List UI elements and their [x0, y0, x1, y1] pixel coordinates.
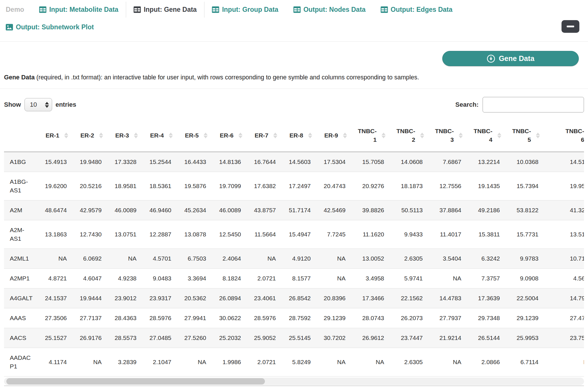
- cell: 23.9317: [141, 288, 176, 308]
- sort-icon: [238, 133, 242, 138]
- column-header-TNBC-2[interactable]: TNBC- 2: [388, 119, 427, 152]
- scrollbar-thumb[interactable]: [6, 378, 265, 385]
- horizontal-scrollbar[interactable]: [4, 378, 584, 385]
- cell: 46.0089: [210, 200, 245, 220]
- cell: 29.7348: [466, 308, 504, 328]
- cell: 11.1620: [350, 220, 388, 249]
- cell: 23.9012: [106, 288, 141, 308]
- gene-data-download-button[interactable]: Gene Data: [442, 51, 579, 66]
- row-name: A2ML1: [4, 249, 36, 269]
- cell: 18.1873: [388, 172, 427, 200]
- minus-icon: [567, 26, 574, 27]
- cell: 13.0052: [350, 249, 388, 269]
- cell: 13.5100: [543, 220, 584, 249]
- tab-output-subnetwork-plot[interactable]: Output: Subnetwork Plot: [4, 19, 101, 35]
- column-header-TNBC-1[interactable]: TNBC- 1: [350, 119, 388, 152]
- table-controls: Show 10 entries Search:: [0, 89, 588, 119]
- column-header-rowname[interactable]: [4, 119, 36, 152]
- tab-demo[interactable]: Demo: [4, 2, 32, 18]
- sort-icon: [99, 133, 103, 138]
- cell: 20.9276: [350, 172, 388, 200]
- column-header-ER-3[interactable]: ER-3: [106, 119, 141, 152]
- cell: 27.7137: [71, 308, 106, 328]
- cell: 17.6382: [245, 172, 280, 200]
- column-header-ER-9[interactable]: ER-9: [315, 119, 350, 152]
- tab-input-group-data[interactable]: Input: Group Data: [204, 2, 286, 18]
- cell: 12.5450: [210, 220, 245, 249]
- search-control: Search:: [455, 97, 584, 112]
- cell: NA: [106, 249, 141, 269]
- column-label: ER-1: [45, 132, 59, 139]
- cell: 4.8721: [36, 269, 71, 288]
- table-row-A1BG: A1BG15.491319.948017.332815.254416.44331…: [4, 152, 584, 172]
- cell: 19.7099: [210, 172, 245, 200]
- column-header-TNBC-5[interactable]: TNBC- 5: [504, 119, 543, 152]
- cell: 13.0751: [106, 220, 141, 249]
- column-header-ER-8[interactable]: ER-8: [280, 119, 315, 152]
- sort-icon: [343, 133, 347, 138]
- column-header-ER-5[interactable]: ER-5: [176, 119, 210, 152]
- sort-icon: [308, 133, 312, 138]
- tab-output-nodes-data[interactable]: Output: Nodes Data: [286, 2, 373, 18]
- cell: 15.4947: [280, 220, 315, 249]
- table-row-AAAS: AAAS27.350627.713728.436328.597627.99413…: [4, 308, 584, 328]
- cell: 26.2073: [388, 308, 427, 328]
- search-input[interactable]: [483, 97, 584, 112]
- row-name: AAAS: [4, 308, 36, 328]
- table-header: ER-1ER-2ER-3ER-4ER-5ER-6ER-7ER-8ER-9TNBC…: [4, 119, 584, 152]
- cell: 8.1824: [210, 269, 245, 288]
- description-bold: Gene Data: [4, 74, 35, 81]
- row-name: A1BG: [4, 152, 36, 172]
- cell: 42.5469: [315, 200, 350, 220]
- cell: 25.2032: [210, 328, 245, 348]
- cell: 3.3694: [176, 269, 210, 288]
- tab-output-edges-data[interactable]: Output: Edges Data: [373, 2, 460, 18]
- cell: 3.5404: [427, 249, 466, 269]
- column-header-TNBC-4[interactable]: TNBC- 4: [466, 119, 504, 152]
- column-header-TNBC-6[interactable]: TNBC- 6: [543, 119, 584, 152]
- tab-input-gene-data[interactable]: Input: Gene Data: [126, 2, 204, 18]
- cell: 30.0622: [210, 308, 245, 328]
- table-icon: [134, 6, 141, 13]
- sort-icon: [536, 133, 540, 138]
- cell: 15.7731: [504, 220, 543, 249]
- table-scroll-viewport: ER-1ER-2ER-3ER-4ER-5ER-6ER-7ER-8ER-9TNBC…: [4, 119, 584, 376]
- cell: 17.3639: [466, 288, 504, 308]
- cell: 23.7500: [543, 328, 584, 348]
- cell: NA: [71, 348, 106, 376]
- cell: 15.7394: [504, 172, 543, 200]
- collapse-box-button[interactable]: [562, 20, 579, 33]
- tab-row-1: Demo Input: Metabolite Data Input: Gene …: [4, 2, 584, 18]
- column-header-TNBC-3[interactable]: TNBC- 3: [427, 119, 466, 152]
- page-length-control: Show 10 entries: [4, 98, 76, 111]
- cell: 17.3328: [106, 152, 141, 172]
- column-header-ER-7[interactable]: ER-7: [245, 119, 280, 152]
- cell: 19.6200: [36, 172, 71, 200]
- tab-label: Input: Metabolite Data: [49, 6, 118, 14]
- cell: 26.5144: [466, 328, 504, 348]
- cell: 7.3757: [466, 269, 504, 288]
- table-icon: [212, 6, 219, 13]
- column-header-ER-2[interactable]: ER-2: [71, 119, 106, 152]
- table-row-A4GALT: A4GALT24.153719.944423.901223.931720.536…: [4, 288, 584, 308]
- cell: 14.4783: [427, 288, 466, 308]
- table-row-AACS: AACS25.152726.917628.557327.048527.52602…: [4, 328, 584, 348]
- column-header-ER-4[interactable]: ER-4: [141, 119, 176, 152]
- tab-input-metabolite-data[interactable]: Input: Metabolite Data: [32, 2, 126, 18]
- cell: 22.1562: [388, 288, 427, 308]
- column-header-ER-1[interactable]: ER-1: [36, 119, 71, 152]
- column-header-ER-6[interactable]: ER-6: [210, 119, 245, 152]
- cell: 4.6047: [71, 269, 106, 288]
- tab-label: Output: Edges Data: [391, 6, 453, 14]
- cell: 4.5701: [141, 249, 176, 269]
- table-footer: Showing 1 to 10 of 100 entries Previous1…: [0, 386, 588, 390]
- cell: 11.5664: [245, 220, 280, 249]
- cell: 2.4064: [210, 249, 245, 269]
- cell: 5.9741: [388, 269, 427, 288]
- cell: 15.7058: [350, 152, 388, 172]
- row-name: A2M-AS1: [4, 220, 36, 249]
- page-length-select[interactable]: 10: [24, 98, 52, 111]
- cell: 27.3506: [36, 308, 71, 328]
- cell: 49.2186: [466, 200, 504, 220]
- cell: 27.9941: [176, 308, 210, 328]
